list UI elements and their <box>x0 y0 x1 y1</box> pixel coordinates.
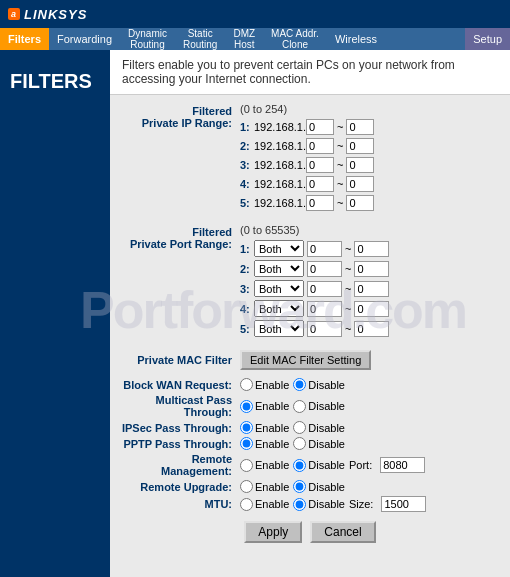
mtu-enable-radio[interactable] <box>240 498 253 511</box>
ip-range-hint: (0 to 254) <box>240 103 500 115</box>
port-row-2: 2: BothTCPUDP ~ <box>240 260 500 277</box>
ip-row-4-prefix: 192.168.1. <box>254 178 306 190</box>
port-row-2-dir[interactable]: BothTCPUDP <box>254 260 304 277</box>
ip-row-3-to[interactable] <box>346 157 374 173</box>
ipsec-enable-label[interactable]: Enable <box>240 421 289 434</box>
apply-button[interactable]: Apply <box>244 521 302 543</box>
remote-mgmt-label: Remote Management: <box>120 453 240 477</box>
remote-upgrade-disable-radio[interactable] <box>293 480 306 493</box>
remote-mgmt-enable-label[interactable]: Enable <box>240 459 289 472</box>
port-row-5-to[interactable] <box>354 321 389 337</box>
sidebar: FILTERS <box>0 50 110 577</box>
multicast-enable-label[interactable]: Enable <box>240 400 289 413</box>
logo-text: LINKSYS <box>24 7 87 22</box>
ip-row-4-num: 4: <box>240 178 254 190</box>
ip-row-1-to[interactable] <box>346 119 374 135</box>
block-wan-label: Block WAN Request: <box>120 379 240 391</box>
remote-upgrade-row: Remote Upgrade: Enable Disable <box>120 480 500 493</box>
port-row-5-num: 5: <box>240 323 254 335</box>
ip-row-3-from[interactable] <box>306 157 334 173</box>
pptp-row: PPTP Pass Through: Enable Disable <box>120 437 500 450</box>
remote-mgmt-disable-radio[interactable] <box>293 459 306 472</box>
port-row-3-dir[interactable]: BothTCPUDP <box>254 280 304 297</box>
ip-row-5-from[interactable] <box>306 195 334 211</box>
ip-row-1: 1: 192.168.1. ~ <box>240 119 500 135</box>
ip-row-5: 5: 192.168.1. ~ <box>240 195 500 211</box>
multicast-disable-label[interactable]: Disable <box>293 400 345 413</box>
ipsec-enable-radio[interactable] <box>240 421 253 434</box>
mtu-content: Enable Disable Size: <box>240 496 426 512</box>
tab-dynamic-routing[interactable]: DynamicRouting <box>120 28 175 50</box>
ip-row-2-to[interactable] <box>346 138 374 154</box>
filtered-ip-label: Filtered Private IP Range: <box>120 103 240 129</box>
remote-mgmt-enable-radio[interactable] <box>240 459 253 472</box>
page-title: FILTERS <box>0 60 102 102</box>
remote-mgmt-disable-label[interactable]: Disable <box>293 459 345 472</box>
port-row-1: 1: BothTCPUDP ~ <box>240 240 500 257</box>
tab-mac-addr-clone[interactable]: MAC Addr.Clone <box>263 28 327 50</box>
cancel-button[interactable]: Cancel <box>310 521 375 543</box>
port-label: Port: <box>349 459 372 471</box>
port-row-4-dir[interactable]: BothTCPUDP <box>254 300 304 317</box>
mtu-size-input[interactable] <box>381 496 426 512</box>
tab-static-routing[interactable]: StaticRouting <box>175 28 225 50</box>
mtu-disable-radio[interactable] <box>293 498 306 511</box>
edit-mac-filter-button[interactable]: Edit MAC Filter Setting <box>240 350 371 370</box>
port-row-3-num: 3: <box>240 283 254 295</box>
ip-row-3-num: 3: <box>240 159 254 171</box>
remote-upgrade-disable-label[interactable]: Disable <box>293 480 345 493</box>
block-wan-disable-label[interactable]: Disable <box>293 378 345 391</box>
ip-row-1-prefix: 192.168.1. <box>254 121 306 133</box>
port-row-4-num: 4: <box>240 303 254 315</box>
form-area: Portforward.com Filtered Private IP Rang… <box>110 95 510 577</box>
port-row-4-to[interactable] <box>354 301 389 317</box>
filtered-port-content: (0 to 65535) 1: BothTCPUDP ~ 2: <box>240 224 500 340</box>
port-row-1-dir[interactable]: BothTCPUDP <box>254 240 304 257</box>
port-row-1-to[interactable] <box>354 241 389 257</box>
filtered-port-label: Filtered Private Port Range: <box>120 224 240 250</box>
port-row-3-to[interactable] <box>354 281 389 297</box>
tab-wireless[interactable]: Wireless <box>327 28 385 50</box>
ip-row-4-to[interactable] <box>346 176 374 192</box>
main-content: Filters enable you to prevent certain PC… <box>110 50 510 577</box>
ip-row-5-num: 5: <box>240 197 254 209</box>
port-row-5-from[interactable] <box>307 321 342 337</box>
tab-forwarding[interactable]: Forwarding <box>49 28 120 50</box>
remote-mgmt-port-input[interactable] <box>380 457 425 473</box>
block-wan-enable-label[interactable]: Enable <box>240 378 289 391</box>
port-row-5-dir[interactable]: BothTCPUDP <box>254 320 304 337</box>
mtu-enable-label[interactable]: Enable <box>240 498 289 511</box>
ip-row-4: 4: 192.168.1. ~ <box>240 176 500 192</box>
port-row-2-to[interactable] <box>354 261 389 277</box>
tab-setup[interactable]: Setup <box>465 28 510 50</box>
ip-row-1-from[interactable] <box>306 119 334 135</box>
pptp-disable-label[interactable]: Disable <box>293 437 345 450</box>
port-row-4-from[interactable] <box>307 301 342 317</box>
ipsec-disable-label[interactable]: Disable <box>293 421 345 434</box>
ip-row-2-from[interactable] <box>306 138 334 154</box>
pptp-content: Enable Disable <box>240 437 345 450</box>
tab-dmz-host[interactable]: DMZHost <box>225 28 263 50</box>
tab-filters[interactable]: Filters <box>0 28 49 50</box>
port-row-5: 5: BothTCPUDP ~ <box>240 320 500 337</box>
port-row-2-num: 2: <box>240 263 254 275</box>
block-wan-enable-radio[interactable] <box>240 378 253 391</box>
ip-row-2-num: 2: <box>240 140 254 152</box>
multicast-enable-radio[interactable] <box>240 400 253 413</box>
port-range-hint: (0 to 65535) <box>240 224 500 236</box>
pptp-enable-label[interactable]: Enable <box>240 437 289 450</box>
port-row-1-from[interactable] <box>307 241 342 257</box>
pptp-disable-radio[interactable] <box>293 437 306 450</box>
ip-row-4-from[interactable] <box>306 176 334 192</box>
ip-row-5-to[interactable] <box>346 195 374 211</box>
remote-upgrade-enable-radio[interactable] <box>240 480 253 493</box>
mtu-label: MTU: <box>120 498 240 510</box>
ipsec-disable-radio[interactable] <box>293 421 306 434</box>
mtu-disable-label[interactable]: Disable <box>293 498 345 511</box>
port-row-3-from[interactable] <box>307 281 342 297</box>
multicast-disable-radio[interactable] <box>293 400 306 413</box>
block-wan-disable-radio[interactable] <box>293 378 306 391</box>
pptp-enable-radio[interactable] <box>240 437 253 450</box>
port-row-2-from[interactable] <box>307 261 342 277</box>
remote-upgrade-enable-label[interactable]: Enable <box>240 480 289 493</box>
